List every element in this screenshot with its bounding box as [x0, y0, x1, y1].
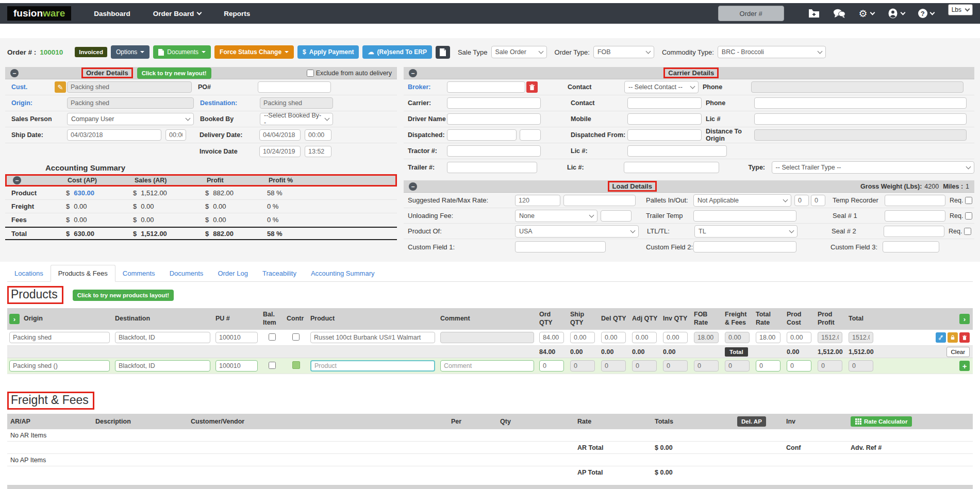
messages-button[interactable]: [833, 9, 845, 19]
nav-reports[interactable]: Reports: [224, 10, 250, 18]
new-prod-cost-input[interactable]: [787, 360, 811, 372]
max-rate-input[interactable]: [563, 195, 636, 206]
broker-input[interactable]: [447, 81, 525, 93]
delete-row-button[interactable]: [959, 332, 970, 343]
tab-order-log[interactable]: Order Log: [210, 265, 255, 281]
pallets-select[interactable]: Not Applicable: [693, 194, 791, 207]
tractor-lic-input[interactable]: [627, 145, 727, 157]
tab-documents[interactable]: Documents: [162, 265, 211, 281]
custom-field-1-input[interactable]: [515, 241, 606, 252]
destination-link[interactable]: Destination:: [200, 99, 260, 107]
product-of-select[interactable]: USA: [515, 225, 639, 238]
dispatched-time-input[interactable]: [520, 129, 541, 141]
booked-by-select[interactable]: --Select Booked By--: [260, 113, 333, 125]
row-origin-input[interactable]: [9, 332, 110, 343]
new-prod-profit-input[interactable]: [818, 360, 842, 372]
collapse-icon[interactable]: –: [13, 176, 21, 184]
carrier-phone-input[interactable]: [754, 97, 967, 109]
trailer-type-select[interactable]: -- Select Trailer Type --: [772, 161, 974, 174]
driver-name-input[interactable]: [447, 113, 541, 125]
row-comment-input[interactable]: [440, 332, 534, 343]
add-column-button[interactable]: ›: [959, 314, 970, 324]
row-prod-cost-input[interactable]: [787, 332, 811, 343]
order-number-search-input[interactable]: [718, 6, 784, 21]
po-input[interactable]: [258, 81, 331, 93]
temp-recorder-input[interactable]: [885, 195, 945, 206]
units-select[interactable]: Lbs: [948, 4, 973, 15]
new-destination-input[interactable]: [115, 360, 210, 372]
row-freight-fees-input[interactable]: [725, 332, 750, 343]
row-ship-qty-input[interactable]: [570, 332, 595, 343]
new-bal-item-checkbox[interactable]: [269, 362, 276, 369]
custom-field-2-input[interactable]: [693, 241, 796, 252]
tractor-input[interactable]: [447, 145, 541, 157]
seal1-req-checkbox[interactable]: [965, 212, 972, 220]
force-status-change-button[interactable]: Force Status Change: [214, 45, 294, 59]
new-fob-rate-input[interactable]: [694, 360, 719, 372]
lock-row-button[interactable]: [948, 332, 958, 343]
distance-to-origin-input[interactable]: [754, 129, 967, 141]
delivery-time-input[interactable]: [305, 129, 331, 141]
row-contr-checkbox[interactable]: [292, 333, 300, 341]
tab-comments[interactable]: Comments: [115, 265, 162, 281]
commodity-type-select[interactable]: BRC - Broccoli: [718, 46, 826, 58]
row-ord-qty-input[interactable]: [539, 332, 564, 343]
options-button[interactable]: Options: [111, 45, 150, 59]
new-total-rate-input[interactable]: [756, 360, 780, 372]
carrier-contact-input[interactable]: [627, 97, 702, 109]
ltl-tl-select[interactable]: TL: [694, 225, 798, 238]
row-inv-qty-input[interactable]: [663, 332, 688, 343]
trailer-lic-input[interactable]: [624, 162, 719, 173]
new-origin-input[interactable]: [9, 360, 110, 372]
tab-products-fees[interactable]: Products & Fees: [51, 265, 115, 282]
nav-dashboard[interactable]: Dashboard: [94, 10, 130, 18]
apply-payment-button[interactable]: $Apply Payment: [297, 45, 359, 59]
mobile-input[interactable]: [627, 113, 702, 125]
expand-products-button[interactable]: ›: [9, 314, 20, 324]
broker-link[interactable]: Broker:: [408, 83, 447, 91]
temp-recorder-req-checkbox[interactable]: [965, 197, 972, 204]
new-comment-input[interactable]: [440, 360, 534, 372]
customer-input[interactable]: [67, 81, 192, 93]
trailer-input[interactable]: [447, 162, 537, 173]
new-adj-qty-input[interactable]: [632, 360, 657, 372]
origin-input[interactable]: [67, 97, 194, 109]
fusionware-logo[interactable]: fusionware: [7, 6, 71, 21]
row-total-rate-input[interactable]: [756, 332, 780, 343]
unloading-fee-amount-input[interactable]: [601, 210, 632, 222]
pallets-in-input[interactable]: [794, 195, 809, 206]
try-new-products-layout-button[interactable]: Click to try new products layout!: [73, 290, 174, 301]
invoice-date-input[interactable]: [259, 146, 301, 157]
clear-button[interactable]: Clear: [946, 347, 970, 357]
new-ord-qty-input[interactable]: [539, 360, 564, 372]
pallets-out-input[interactable]: [811, 195, 825, 206]
new-ship-qty-input[interactable]: [570, 360, 595, 372]
tab-locations[interactable]: Locations: [7, 265, 51, 281]
custom-field-3-input[interactable]: [883, 241, 939, 252]
row-adj-qty-input[interactable]: [632, 332, 657, 343]
new-inv-qty-input[interactable]: [663, 360, 688, 372]
ship-time-input[interactable]: [165, 129, 186, 141]
row-bal-item-checkbox[interactable]: [269, 333, 276, 341]
carrier-input[interactable]: [447, 97, 541, 109]
driver-lic-input[interactable]: [754, 113, 967, 125]
row-destination-input[interactable]: [115, 332, 210, 343]
file-button[interactable]: [436, 46, 450, 59]
destination-input[interactable]: [260, 97, 333, 109]
new-del-qty-input[interactable]: [601, 360, 626, 372]
dispatched-from-input[interactable]: [627, 129, 702, 141]
link-row-button[interactable]: [936, 332, 946, 343]
collapse-icon[interactable]: –: [10, 69, 19, 77]
collapse-icon[interactable]: –: [409, 182, 417, 191]
product-cost[interactable]: $630.00: [66, 189, 133, 197]
order-type-select[interactable]: FOB: [593, 46, 654, 58]
settings-menu[interactable]: ⚙: [859, 9, 874, 19]
unloading-fee-select[interactable]: None: [515, 210, 597, 222]
seal1-input[interactable]: [885, 210, 945, 222]
contact-select[interactable]: -- Select Contact --: [624, 81, 699, 93]
dispatched-date-input[interactable]: [447, 129, 517, 141]
tab-accounting-summary[interactable]: Accounting Summary: [304, 265, 382, 281]
seal2-input[interactable]: [884, 226, 944, 237]
ship-date-input[interactable]: [67, 129, 161, 141]
rate-calculator-button[interactable]: Rate Calculator: [851, 416, 912, 427]
